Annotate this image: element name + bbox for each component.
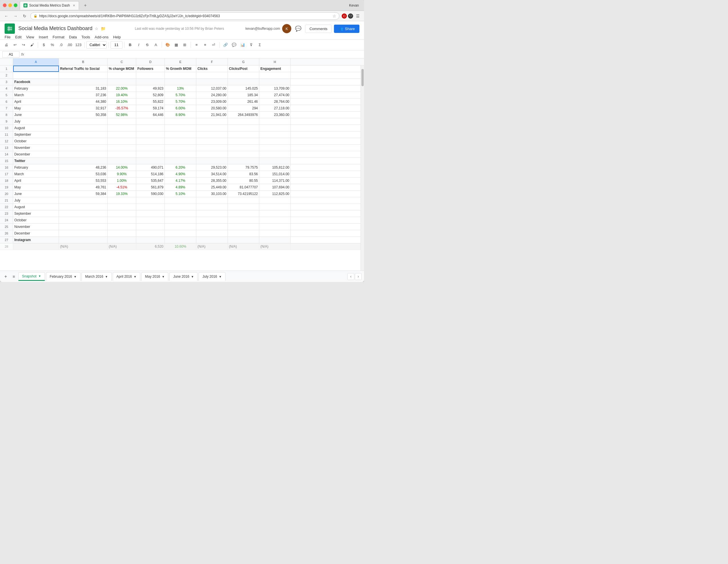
cell-a15[interactable]: Twitter xyxy=(13,158,59,164)
row-number[interactable]: 28 xyxy=(0,243,13,250)
cell-d3[interactable] xyxy=(136,79,165,85)
cell-d4[interactable]: 49,923 xyxy=(136,85,165,92)
bookmark-icon[interactable]: ☆ xyxy=(333,14,336,18)
cell-a1[interactable] xyxy=(13,66,59,72)
merge-button[interactable]: ⊞ xyxy=(181,41,189,49)
row-number[interactable]: 3 xyxy=(0,79,13,85)
borders-button[interactable]: ▦ xyxy=(172,41,180,49)
row-number[interactable]: 22 xyxy=(0,204,13,210)
cell-g3[interactable] xyxy=(228,79,259,85)
row-number[interactable]: 25 xyxy=(0,223,13,230)
menu-edit[interactable]: Edit xyxy=(15,35,21,39)
sheet-tab-mar2016[interactable]: March 2016 ▼ xyxy=(82,272,112,281)
cell-b7[interactable]: 32,917 xyxy=(59,105,108,111)
tab-dropdown-icon[interactable]: ▼ xyxy=(74,275,77,278)
row-number[interactable]: 21 xyxy=(0,197,13,203)
cell-f1[interactable]: Clicks xyxy=(196,66,228,72)
chart-button[interactable]: 📊 xyxy=(239,41,247,49)
tab-dropdown-icon[interactable]: ▼ xyxy=(38,274,41,278)
cell-f4[interactable]: 12,037.00 xyxy=(196,85,228,92)
row-number[interactable]: 23 xyxy=(0,210,13,217)
menu-addons[interactable]: Add-ons xyxy=(95,35,108,39)
link-button[interactable]: 🔗 xyxy=(221,41,230,49)
cell-f2[interactable] xyxy=(196,72,228,78)
row-number[interactable]: 26 xyxy=(0,230,13,236)
col-header-e[interactable]: E xyxy=(165,58,196,65)
cell-e1[interactable]: % Growth MOM xyxy=(165,66,196,72)
cell-f7[interactable]: 20,580.00 xyxy=(196,105,228,111)
cell-reference-input[interactable] xyxy=(2,51,19,58)
cell-b1[interactable]: Referral Traffic to Social xyxy=(59,66,108,72)
vertical-scrollbar[interactable] xyxy=(361,66,364,270)
cell-e8[interactable]: 8.90% xyxy=(165,112,196,118)
scroll-thumb[interactable] xyxy=(361,69,364,86)
star-icon[interactable]: ☆ xyxy=(95,26,98,31)
menu-view[interactable]: View xyxy=(26,35,34,39)
folder-icon[interactable]: 📁 xyxy=(101,26,106,31)
row-number[interactable]: 9 xyxy=(0,118,13,124)
cell-e7[interactable]: 6.00% xyxy=(165,105,196,111)
cell-f5[interactable]: 24,280.00 xyxy=(196,92,228,98)
undo-button[interactable]: ↩ xyxy=(11,41,19,49)
cell-e4[interactable]: 13% xyxy=(165,85,196,92)
cell-e2[interactable] xyxy=(165,72,196,78)
align-middle-button[interactable]: ≡ xyxy=(201,41,209,49)
cell-e3[interactable] xyxy=(165,79,196,85)
prev-tab-button[interactable]: ‹ xyxy=(347,273,354,280)
opera-ext-icon[interactable]: O xyxy=(342,13,347,19)
cell-g5[interactable]: 185.34 xyxy=(228,92,259,98)
spreadsheet-title[interactable]: Social Media Metrics Dashboard xyxy=(18,25,92,31)
menu-data[interactable]: Data xyxy=(69,35,77,39)
close-button[interactable] xyxy=(3,3,7,7)
format-button[interactable]: 123 xyxy=(74,41,83,49)
cell-g4[interactable]: 145.025 xyxy=(228,85,259,92)
cell-d8[interactable]: 64,446 xyxy=(136,112,165,118)
sheet-tab-apr2016[interactable]: April 2016 ▼ xyxy=(113,272,140,281)
menu-insert[interactable]: Insert xyxy=(39,35,48,39)
menu-format[interactable]: Format xyxy=(53,35,64,39)
row-number[interactable]: 24 xyxy=(0,217,13,223)
cell-c5[interactable]: 19.40% xyxy=(108,92,136,98)
maximize-button[interactable] xyxy=(14,3,17,7)
col-header-d[interactable]: D xyxy=(136,58,165,65)
chat-icon[interactable]: 💬 xyxy=(294,24,303,33)
tab-dropdown-icon[interactable]: ▼ xyxy=(219,275,222,278)
browser-tab[interactable]: Social Media Metrics Dash ✕ xyxy=(20,1,79,10)
col-header-a[interactable]: A xyxy=(13,58,59,65)
cell-c3[interactable] xyxy=(108,79,136,85)
cell-b3[interactable] xyxy=(59,79,108,85)
cell-d5[interactable]: 52,809 xyxy=(136,92,165,98)
cell-b5[interactable]: 37,236 xyxy=(59,92,108,98)
print-button[interactable]: 🖨 xyxy=(2,41,10,49)
row-number[interactable]: 2 xyxy=(0,72,13,78)
function-button[interactable]: Σ xyxy=(256,41,264,49)
row-number[interactable]: 17 xyxy=(0,171,13,177)
font-selector[interactable]: Calibri xyxy=(86,41,107,49)
row-number[interactable]: 4 xyxy=(0,85,13,92)
cell-d7[interactable]: 59,174 xyxy=(136,105,165,111)
cell-a8[interactable]: June xyxy=(13,112,59,118)
url-bar[interactable]: 🔒 https://docs.google.com/spreadsheets/d… xyxy=(30,12,339,20)
row-number[interactable]: 1 xyxy=(0,66,13,72)
add-sheet-button[interactable]: + xyxy=(2,273,9,280)
align-left-button[interactable]: ≡ xyxy=(193,41,201,49)
sheet-tab-may2016[interactable]: May 2016 ▼ xyxy=(141,272,169,281)
cell-c4[interactable]: 22.00% xyxy=(108,85,136,92)
next-tab-button[interactable]: › xyxy=(355,273,362,280)
cell-h1[interactable]: Engagement xyxy=(259,66,291,72)
row-number[interactable]: 20 xyxy=(0,191,13,197)
cell-g1[interactable]: Clicks/Post xyxy=(228,66,259,72)
cell-d6[interactable]: 55,822 xyxy=(136,98,165,105)
cell-e5[interactable]: 5.70% xyxy=(165,92,196,98)
cell-c2[interactable] xyxy=(108,72,136,78)
refresh-button[interactable]: ↻ xyxy=(21,13,28,19)
tab-dropdown-icon[interactable]: ▼ xyxy=(162,275,165,278)
sheet-tab-feb2016[interactable]: February 2016 ▼ xyxy=(46,272,80,281)
percent-button[interactable]: % xyxy=(48,41,56,49)
cell-d1[interactable]: Followers xyxy=(136,66,165,72)
cell-b4[interactable]: 31,183 xyxy=(59,85,108,92)
row-number[interactable]: 14 xyxy=(0,151,13,157)
row-number[interactable]: 11 xyxy=(0,131,13,138)
tab-dropdown-icon[interactable]: ▼ xyxy=(191,275,194,278)
cell-c6[interactable]: 16.10% xyxy=(108,98,136,105)
